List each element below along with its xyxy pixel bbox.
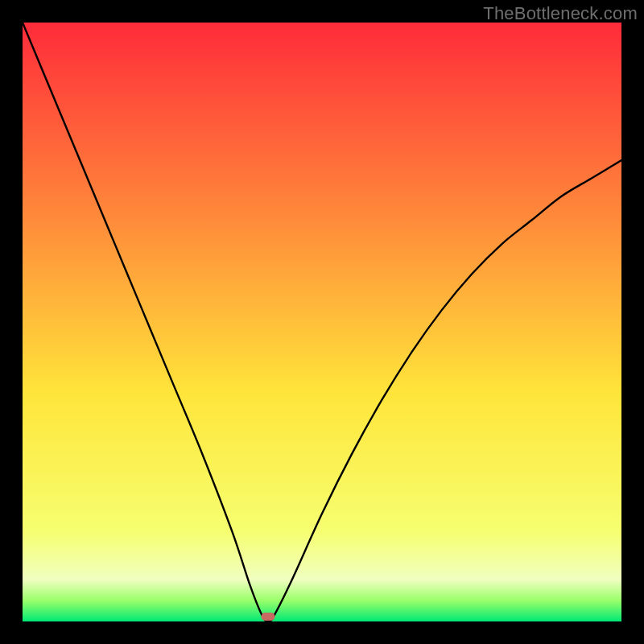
gradient-background — [23, 23, 621, 621]
chart-frame — [23, 23, 621, 621]
watermark-text: TheBottleneck.com — [483, 3, 638, 24]
chart-svg — [23, 23, 621, 621]
optimal-point-marker — [262, 613, 275, 621]
